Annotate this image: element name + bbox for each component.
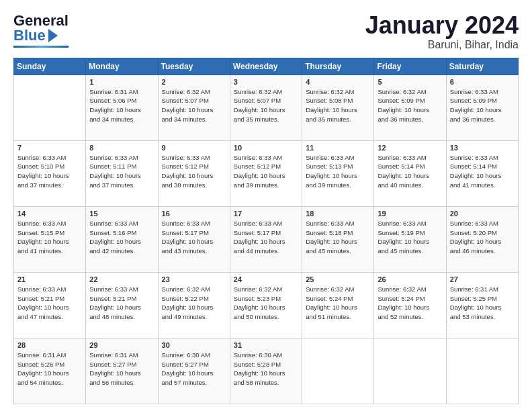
calendar-cell: 4 Sunrise: 6:32 AMSunset: 5:08 PMDayligh… [302, 75, 374, 140]
calendar-cell: 28 Sunrise: 6:31 AMSunset: 5:26 PMDaylig… [14, 338, 86, 404]
calendar-cell: 12 Sunrise: 6:33 AMSunset: 5:14 PMDaylig… [374, 140, 446, 206]
day-number: 6 [450, 78, 515, 86]
logo-underline [13, 46, 69, 48]
day-number: 20 [450, 210, 515, 218]
week-row-2: 7 Sunrise: 6:33 AMSunset: 5:10 PMDayligh… [14, 140, 519, 206]
calendar-cell: 7 Sunrise: 6:33 AMSunset: 5:10 PMDayligh… [14, 140, 86, 206]
day-number: 25 [306, 275, 370, 283]
calendar-cell [14, 75, 86, 140]
day-info: Sunrise: 6:32 AMSunset: 5:24 PMDaylight:… [306, 285, 370, 322]
day-number: 5 [378, 78, 442, 86]
day-header-friday: Friday [374, 58, 446, 75]
day-number: 10 [234, 144, 298, 152]
day-number: 31 [234, 341, 298, 349]
day-number: 17 [234, 210, 298, 218]
day-info: Sunrise: 6:31 AMSunset: 5:06 PMDaylight:… [89, 87, 154, 124]
day-number: 11 [306, 144, 370, 152]
day-info: Sunrise: 6:33 AMSunset: 5:12 PMDaylight:… [234, 153, 298, 190]
calendar-cell: 5 Sunrise: 6:32 AMSunset: 5:09 PMDayligh… [374, 75, 446, 140]
calendar-cell: 23 Sunrise: 6:32 AMSunset: 5:22 PMDaylig… [158, 272, 230, 338]
calendar-cell: 6 Sunrise: 6:33 AMSunset: 5:09 PMDayligh… [446, 75, 518, 140]
day-info: Sunrise: 6:33 AMSunset: 5:17 PMDaylight:… [162, 219, 226, 256]
calendar-cell [446, 338, 518, 404]
day-info: Sunrise: 6:31 AMSunset: 5:25 PMDaylight:… [450, 285, 515, 322]
day-number: 8 [89, 144, 154, 152]
day-info: Sunrise: 6:33 AMSunset: 5:16 PMDaylight:… [89, 219, 154, 256]
day-number: 18 [306, 210, 370, 218]
day-number: 24 [234, 275, 298, 283]
day-info: Sunrise: 6:33 AMSunset: 5:09 PMDaylight:… [450, 87, 515, 124]
day-info: Sunrise: 6:33 AMSunset: 5:14 PMDaylight:… [450, 153, 515, 190]
calendar-cell: 11 Sunrise: 6:33 AMSunset: 5:13 PMDaylig… [302, 140, 374, 206]
calendar-cell: 29 Sunrise: 6:31 AMSunset: 5:27 PMDaylig… [86, 338, 158, 404]
calendar-cell: 18 Sunrise: 6:33 AMSunset: 5:18 PMDaylig… [302, 206, 374, 272]
calendar-table: SundayMondayTuesdayWednesdayThursdayFrid… [13, 58, 519, 404]
day-header-monday: Monday [86, 58, 158, 75]
calendar-cell: 10 Sunrise: 6:33 AMSunset: 5:12 PMDaylig… [230, 140, 302, 206]
page: General Blue January 2024 Baruni, Bihar,… [0, 0, 532, 411]
day-number: 23 [162, 275, 226, 283]
day-header-tuesday: Tuesday [158, 58, 230, 75]
day-number: 4 [306, 78, 370, 86]
day-number: 15 [89, 210, 154, 218]
calendar-cell: 17 Sunrise: 6:33 AMSunset: 5:17 PMDaylig… [230, 206, 302, 272]
day-info: Sunrise: 6:33 AMSunset: 5:13 PMDaylight:… [306, 153, 370, 190]
title-area: January 2024 Baruni, Bihar, India [365, 12, 519, 51]
day-info: Sunrise: 6:32 AMSunset: 5:24 PMDaylight:… [378, 285, 442, 322]
calendar-cell: 16 Sunrise: 6:33 AMSunset: 5:17 PMDaylig… [158, 206, 230, 272]
calendar-cell: 9 Sunrise: 6:33 AMSunset: 5:12 PMDayligh… [158, 140, 230, 206]
day-number: 3 [234, 78, 298, 86]
day-info: Sunrise: 6:32 AMSunset: 5:07 PMDaylight:… [234, 87, 298, 124]
calendar-cell: 26 Sunrise: 6:32 AMSunset: 5:24 PMDaylig… [374, 272, 446, 338]
day-info: Sunrise: 6:33 AMSunset: 5:15 PMDaylight:… [17, 219, 82, 256]
day-number: 2 [162, 78, 226, 86]
day-header-saturday: Saturday [446, 58, 518, 75]
calendar-cell: 24 Sunrise: 6:32 AMSunset: 5:23 PMDaylig… [230, 272, 302, 338]
day-header-sunday: Sunday [14, 58, 86, 75]
day-number: 16 [162, 210, 226, 218]
day-number: 19 [378, 210, 442, 218]
logo-arrow [48, 29, 58, 42]
day-info: Sunrise: 6:31 AMSunset: 5:26 PMDaylight:… [17, 351, 82, 387]
day-number: 7 [17, 144, 82, 152]
calendar-cell: 27 Sunrise: 6:31 AMSunset: 5:25 PMDaylig… [446, 272, 518, 338]
day-number: 14 [17, 210, 82, 218]
week-row-5: 28 Sunrise: 6:31 AMSunset: 5:26 PMDaylig… [14, 338, 519, 404]
subtitle: Baruni, Bihar, India [365, 39, 519, 51]
calendar-cell: 22 Sunrise: 6:33 AMSunset: 5:21 PMDaylig… [86, 272, 158, 338]
week-row-3: 14 Sunrise: 6:33 AMSunset: 5:15 PMDaylig… [14, 206, 519, 272]
day-number: 22 [89, 275, 154, 283]
calendar-body: 1 Sunrise: 6:31 AMSunset: 5:06 PMDayligh… [14, 75, 519, 404]
day-number: 27 [450, 275, 515, 283]
calendar-cell [374, 338, 446, 404]
day-header-wednesday: Wednesday [230, 58, 302, 75]
calendar-cell: 31 Sunrise: 6:30 AMSunset: 5:28 PMDaylig… [230, 338, 302, 404]
calendar-cell: 1 Sunrise: 6:31 AMSunset: 5:06 PMDayligh… [86, 75, 158, 140]
calendar-cell [302, 338, 374, 404]
calendar-cell: 14 Sunrise: 6:33 AMSunset: 5:15 PMDaylig… [14, 206, 86, 272]
calendar-cell: 19 Sunrise: 6:33 AMSunset: 5:19 PMDaylig… [374, 206, 446, 272]
day-info: Sunrise: 6:33 AMSunset: 5:19 PMDaylight:… [378, 219, 442, 256]
day-info: Sunrise: 6:30 AMSunset: 5:27 PMDaylight:… [162, 351, 226, 387]
day-info: Sunrise: 6:33 AMSunset: 5:18 PMDaylight:… [306, 219, 370, 256]
day-number: 28 [17, 341, 82, 349]
calendar-cell: 20 Sunrise: 6:33 AMSunset: 5:20 PMDaylig… [446, 206, 518, 272]
calendar-cell: 21 Sunrise: 6:33 AMSunset: 5:21 PMDaylig… [14, 272, 86, 338]
day-number: 1 [89, 78, 154, 86]
day-info: Sunrise: 6:32 AMSunset: 5:08 PMDaylight:… [306, 87, 370, 124]
day-info: Sunrise: 6:33 AMSunset: 5:12 PMDaylight:… [162, 153, 226, 190]
calendar-cell: 25 Sunrise: 6:32 AMSunset: 5:24 PMDaylig… [302, 272, 374, 338]
day-info: Sunrise: 6:33 AMSunset: 5:10 PMDaylight:… [17, 153, 82, 190]
day-header-thursday: Thursday [302, 58, 374, 75]
main-title: January 2024 [365, 12, 519, 39]
header: General Blue January 2024 Baruni, Bihar,… [13, 12, 519, 51]
logo-general: General [13, 12, 69, 29]
day-number: 29 [89, 341, 154, 349]
day-info: Sunrise: 6:32 AMSunset: 5:09 PMDaylight:… [378, 87, 442, 124]
day-info: Sunrise: 6:33 AMSunset: 5:21 PMDaylight:… [17, 285, 82, 322]
calendar-cell: 15 Sunrise: 6:33 AMSunset: 5:16 PMDaylig… [86, 206, 158, 272]
day-info: Sunrise: 6:33 AMSunset: 5:14 PMDaylight:… [378, 153, 442, 190]
day-number: 26 [378, 275, 442, 283]
day-info: Sunrise: 6:33 AMSunset: 5:17 PMDaylight:… [234, 219, 298, 256]
day-number: 9 [162, 144, 226, 152]
